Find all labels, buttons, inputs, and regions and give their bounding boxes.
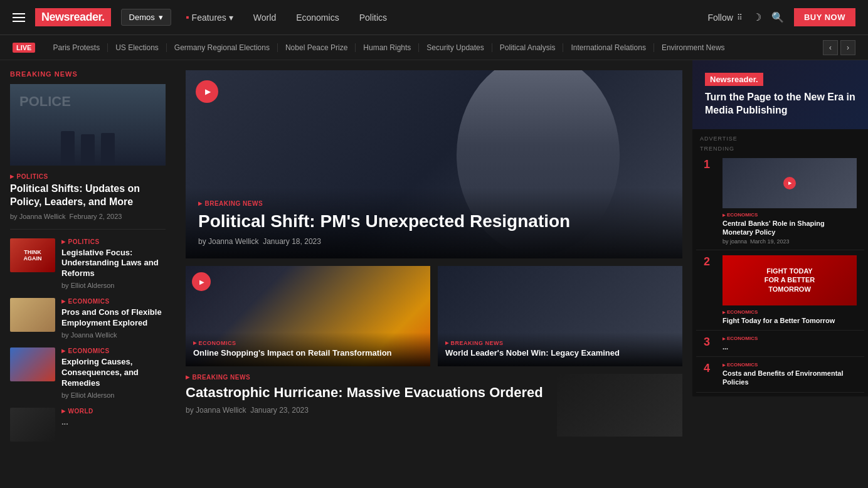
nav-demos-button[interactable]: Demos ▾ xyxy=(121,9,171,26)
main-article-title[interactable]: Political Shifts: Updates on Policy, Lea… xyxy=(10,183,166,209)
main-layout: BREAKING NEWS POLICE POLITICS Political … xyxy=(0,60,868,488)
hero-title: Political Shift: PM's Unexpected Resigna… xyxy=(198,211,670,232)
nav-economics[interactable]: Economics xyxy=(291,13,344,23)
sidebar-thumb-2 xyxy=(10,298,55,332)
sec-nav-nobel[interactable]: Nobel Peace Prize xyxy=(278,43,356,52)
sidebar-thumb-1: THINKAGAIN xyxy=(10,238,55,272)
sidebar-title-3: Exploring Causes, Consequences, and Reme… xyxy=(61,357,166,389)
sec-nav-arrows: ‹ › xyxy=(823,40,855,55)
nav-features[interactable]: ■ Features ▾ xyxy=(181,13,238,23)
sidebar-title-4: ... xyxy=(61,417,166,428)
sub-cat-1: ECONOMICS xyxy=(193,340,423,346)
mobile-art-meta-1: by joanna March 19, 2023 xyxy=(722,238,857,245)
sidebar-title-1: Legislative Focus: Understanding Laws an… xyxy=(61,248,166,280)
sidebar-article-content-2: ECONOMICS Pros and Cons of Flexible Empl… xyxy=(61,298,166,339)
hamburger-icon[interactable] xyxy=(13,13,25,22)
sub-article-1[interactable]: ECONOMICS Online Shopping's Impact on Re… xyxy=(186,266,430,366)
sub-article-2[interactable]: BREAKING NEWS World Leader's Nobel Win: … xyxy=(438,266,682,366)
mobile-cat-3: ECONOMICS xyxy=(722,336,857,341)
follow-button[interactable]: Follow ⠿ xyxy=(707,13,742,23)
header-right: Follow ⠿ ☽ 🔍 BUY NOW xyxy=(707,8,855,26)
sub-title-2: World Leader's Nobel Win: Legacy Examine… xyxy=(445,348,675,359)
bottom-article-content: BREAKING NEWS Catastrophic Hurricane: Ma… xyxy=(186,374,547,437)
main-article-meta: by Joanna Wellick February 2, 2023 xyxy=(10,213,166,220)
sub-articles: ECONOMICS Online Shopping's Impact on Re… xyxy=(186,266,682,366)
numbered-item-2[interactable]: 2 FIGHT TODAYFOR A BETTERTOMORROW ECONOM… xyxy=(696,250,864,331)
sidebar-thumb-4 xyxy=(10,408,55,442)
sec-nav-next-button[interactable]: › xyxy=(840,40,855,55)
logo[interactable]: Newsreader. xyxy=(35,8,111,26)
mobile-art-title-3: ... xyxy=(722,342,857,351)
main-article-category: POLITICS xyxy=(10,173,166,180)
nav-world[interactable]: World xyxy=(248,13,281,23)
sidebar-meta-1: by Elliot Alderson xyxy=(61,282,166,289)
mobile-play-1[interactable] xyxy=(783,177,796,189)
header: Newsreader. Demos ▾ ■ Features ▾ World E… xyxy=(0,0,868,35)
hero-overlay: BREAKING NEWS Political Shift: PM's Unex… xyxy=(186,188,682,258)
bottom-meta: by Joanna Wellick January 23, 2023 xyxy=(186,406,547,415)
hero-meta: by Joanna Wellick January 18, 2023 xyxy=(198,237,670,246)
bottom-thumb xyxy=(557,374,682,437)
sec-nav-international[interactable]: International Relations xyxy=(563,43,654,52)
center-content: BREAKING NEWS Political Shift: PM's Unex… xyxy=(176,60,692,488)
sec-nav-germany[interactable]: Germany Regional Elections xyxy=(167,43,278,52)
sec-nav-paris[interactable]: Paris Protests xyxy=(45,43,108,52)
mobile-art-title-1: Central Banks' Role in Shaping Monetary … xyxy=(722,219,857,237)
secondary-nav: LIVE Paris Protests US Elections Germany… xyxy=(0,35,868,60)
sec-nav-political-analysis[interactable]: Political Analysis xyxy=(492,43,564,52)
mobile-art-title-4: Costs and Benefits of Environmental Poli… xyxy=(722,369,857,387)
search-icon[interactable]: 🔍 xyxy=(771,11,784,23)
mobile-cat-4: ECONOMICS xyxy=(722,362,857,368)
nav-politics[interactable]: Politics xyxy=(354,13,392,23)
sidebar-article-1[interactable]: THINKAGAIN POLITICS Legislative Focus: U… xyxy=(10,238,166,290)
sidebar-article-2[interactable]: ECONOMICS Pros and Cons of Flexible Empl… xyxy=(10,298,166,339)
sub-overlay-1: ECONOMICS Online Shopping's Impact on Re… xyxy=(186,332,430,366)
left-sidebar: BREAKING NEWS POLICE POLITICS Political … xyxy=(0,60,176,488)
sidebar-article-content-1: POLITICS Legislative Focus: Understandin… xyxy=(61,238,166,290)
sidebar-cat-3: ECONOMICS xyxy=(61,347,166,354)
sub-play-1[interactable] xyxy=(192,272,211,291)
sec-nav-prev-button[interactable]: ‹ xyxy=(823,40,838,55)
bottom-title: Catastrophic Hurricane: Massive Evacuati… xyxy=(186,385,547,401)
sidebar-article-content-4: WORLD ... xyxy=(61,408,166,442)
main-sidebar-image[interactable]: POLICE xyxy=(10,84,166,166)
promo-title: Turn the Page to the New Era in Media Pu… xyxy=(705,91,855,117)
bottom-breaking-tag: BREAKING NEWS xyxy=(186,374,547,381)
sec-nav-security[interactable]: Security Updates xyxy=(419,43,492,52)
num-badge-3: 3 xyxy=(704,336,716,349)
numbered-item-3[interactable]: 3 ECONOMICS ... xyxy=(696,331,864,357)
sidebar-meta-3: by Elliot Alderson xyxy=(61,391,166,399)
bottom-article[interactable]: BREAKING NEWS Catastrophic Hurricane: Ma… xyxy=(186,374,682,437)
sidebar-article-content-3: ECONOMICS Exploring Causes, Consequences… xyxy=(61,347,166,399)
sec-nav-human-rights[interactable]: Human Rights xyxy=(356,43,419,52)
numbered-item-1[interactable]: 1 ECONOMICS Central Banks' Role in Shapi… xyxy=(696,153,864,250)
page-wrapper: Newsreader. Demos ▾ ■ Features ▾ World E… xyxy=(0,0,868,488)
sec-nav-environment[interactable]: Environment News xyxy=(654,43,733,52)
sidebar-thumb-3 xyxy=(10,347,55,381)
mobile-art-title-2: Fight Today for a Better Tomorrow xyxy=(722,316,857,325)
sidebar-cat-4: WORLD xyxy=(61,408,166,415)
sidebar-article-3[interactable]: ECONOMICS Exploring Causes, Consequences… xyxy=(10,347,166,399)
hero-play-button[interactable] xyxy=(196,80,218,103)
hero-breaking-tag: BREAKING NEWS xyxy=(198,200,670,207)
sub-title-1: Online Shopping's Impact on Retail Trans… xyxy=(193,348,423,359)
sidebar-title-2: Pros and Cons of Flexible Employment Exp… xyxy=(61,307,166,329)
num-badge-4: 4 xyxy=(704,362,716,375)
mobile-cat-2: ECONOMICS xyxy=(722,309,857,315)
hero-article[interactable]: BREAKING NEWS Political Shift: PM's Unex… xyxy=(186,70,682,258)
sidebar-article-4[interactable]: WORLD ... xyxy=(10,408,166,442)
live-badge: LIVE xyxy=(13,43,35,53)
sidebar-cat-1: POLITICS xyxy=(61,238,166,245)
promo-block: Newsreader. Turn the Page to the New Era… xyxy=(692,60,868,129)
num-badge-2: 2 xyxy=(704,255,716,268)
sub-overlay-2: BREAKING NEWS World Leader's Nobel Win: … xyxy=(438,332,682,366)
numbered-item-4[interactable]: 4 ECONOMICS Costs and Benefits of Enviro… xyxy=(696,357,864,393)
sidebar-meta-2: by Joanna Wellick xyxy=(61,331,166,339)
breaking-news-label: BREAKING NEWS xyxy=(10,70,166,78)
buy-now-button[interactable]: BUY NOW xyxy=(794,8,855,26)
promo-logo: Newsreader. xyxy=(705,73,763,86)
mobile-cat-1: ECONOMICS xyxy=(722,212,857,218)
theme-toggle-icon[interactable]: ☽ xyxy=(753,11,761,23)
sec-nav-us-elections[interactable]: US Elections xyxy=(108,43,167,52)
sub-cat-2: BREAKING NEWS xyxy=(445,340,675,346)
